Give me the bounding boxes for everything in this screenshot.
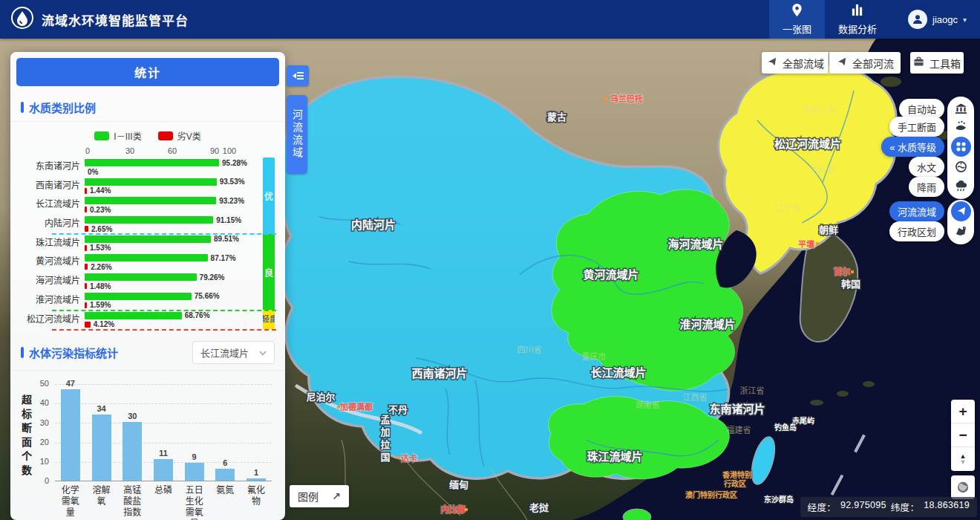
pollution-bar-column: 11 — [148, 449, 178, 481]
map-pin-icon — [790, 3, 804, 19]
good-value: 89.51% — [214, 235, 239, 243]
quality-row: 长江流域片93.23%0.23% — [19, 195, 276, 215]
basin-name: 海河流域片 — [19, 272, 85, 291]
good-value: 87.17% — [211, 254, 236, 262]
user-menu[interactable]: jiaogc ▾ — [890, 0, 980, 39]
statistics-tab[interactable]: 统计 — [16, 58, 279, 86]
axis-tick: 90 — [210, 146, 219, 155]
good-bar — [85, 216, 213, 224]
good-value: 93.53% — [220, 178, 245, 186]
map-zoom-controls: + − ▲▼ — [951, 400, 975, 471]
basin-select[interactable]: 长江流域片 — [192, 341, 275, 364]
bar — [92, 415, 111, 481]
map-city-label: 达卡 — [401, 453, 417, 463]
tool-row-hydrology: 水文 — [909, 156, 971, 177]
tool-row-rainfall: 降雨 — [909, 176, 971, 197]
good-bar — [85, 273, 197, 281]
all-basins-button[interactable]: 全部流域 — [762, 52, 829, 74]
quality-legend: I－III类 劣V类 — [10, 122, 285, 145]
panel-collapse-button[interactable] — [287, 65, 309, 86]
nav-item-one-map[interactable]: 一张图 — [769, 0, 825, 39]
bar — [246, 478, 266, 481]
category-label: 化学需氧量 — [61, 485, 80, 520]
nav-item-data-analysis[interactable]: 数据分析 — [825, 0, 890, 39]
tool-row-river-basin: 河流流域 — [889, 201, 971, 221]
pollution-bar-column: 6 — [210, 458, 240, 481]
good-bar — [85, 312, 182, 319]
map-legend-button[interactable]: 图例 ↗ — [290, 485, 349, 507]
map-island-label: 钓鱼岛 — [774, 423, 797, 432]
map-city-label: 首尔 — [834, 267, 850, 276]
y-tick: 10 — [31, 457, 49, 466]
quality-row: 东南诸河片95.28%0% — [19, 157, 276, 177]
admin-division-button[interactable]: 行政区划 — [889, 221, 944, 241]
brand: 流域水环境智能监管平台 — [0, 6, 189, 33]
rainfall-button[interactable]: 降雨 — [909, 177, 944, 197]
axis-tick: 60 — [168, 146, 177, 155]
legend-label: I－III类 — [114, 129, 141, 142]
title-accent-bar — [21, 102, 24, 113]
axis-tick: 30 — [125, 146, 134, 155]
river-basin-layer-button[interactable]: 河流流域 — [889, 201, 944, 221]
briefcase-icon — [913, 56, 924, 69]
map-province-label: 四川省 — [517, 345, 542, 354]
app-title: 流域水环境智能监管平台 — [42, 10, 189, 29]
river-basin-side-tab[interactable]: 河流流域 — [287, 95, 307, 174]
pollution-bar-column: 30 — [117, 412, 147, 481]
water-gauge-icon[interactable] — [951, 157, 971, 177]
bar-value: 9 — [192, 452, 197, 461]
tilt-control-button[interactable]: ▲▼ — [951, 447, 975, 471]
good-value: 79.26% — [200, 273, 225, 282]
expand-arrow-icon: ↗ — [332, 490, 341, 502]
map-province-label: 辽宁省 — [776, 203, 800, 212]
water-quality-grade-button[interactable]: « 水质等级 — [881, 137, 944, 157]
basin-name: 松辽河流域片 — [19, 311, 85, 330]
x-axis-ticks: 0 30 60 90 100 — [19, 146, 276, 157]
map-island-label: 东沙群岛 — [764, 495, 794, 504]
zoom-in-button[interactable]: + — [951, 400, 975, 423]
bad-bar — [85, 207, 87, 212]
manual-section-button[interactable]: 手工断面 — [889, 117, 944, 137]
bar — [185, 463, 204, 481]
river-bend-icon[interactable] — [951, 201, 971, 221]
map-province-label: 湖南省 — [636, 400, 660, 409]
globe-view-button[interactable] — [951, 475, 975, 499]
toolbox-button[interactable]: 工具箱 — [910, 52, 964, 74]
bar — [61, 389, 80, 481]
good-value: 68.76% — [185, 311, 210, 319]
map-province-label: 江西省 — [683, 393, 708, 402]
hydrology-button[interactable]: 水文 — [909, 157, 944, 177]
map-country-label: 朝鲜 — [819, 224, 838, 235]
basin-name: 淮河流域片 — [19, 291, 85, 311]
pollution-bar-column: 47 — [56, 379, 85, 481]
app-root: 黑龙江省 吉林省 辽宁省 四川省 重庆市 湖南省 江西省 浙江省 福建省 内陆河… — [0, 0, 980, 520]
bar-value: 47 — [66, 379, 75, 388]
map-basin-label: 珠江流域片 — [587, 450, 642, 463]
region-map-icon[interactable] — [951, 221, 971, 241]
grid-dots-icon[interactable] — [951, 137, 971, 157]
rain-cloud-icon[interactable] — [951, 177, 971, 197]
user-avatar-icon — [908, 10, 927, 29]
map-basin-label: 松辽河流域片 — [774, 137, 841, 150]
bad-bar — [85, 245, 87, 251]
all-rivers-button[interactable]: 全部河流 — [829, 52, 901, 74]
globe-icon — [956, 481, 970, 494]
axis-tick: 100 — [223, 146, 236, 155]
map-country-label: 韩国 — [841, 279, 860, 290]
cursor-coordinates-readout: 经度： 92.975095 纬度： 18.863619 — [800, 497, 977, 517]
x-axis-category-labels: 化学需氧量 溶解氧 高锰酸盐指数 总磷 五日生化需氧量 氨氮 氟化物 — [55, 485, 272, 520]
pollution-bar-chart: 超标断面个数 50 40 30 20 10 0 47 34 30 11 9 6 … — [12, 374, 279, 520]
good-value: 95.28% — [222, 159, 247, 167]
quality-bar-chart: 0 30 60 90 100 东南诸河片95.28%0% 西南诸河片93.53%… — [19, 146, 276, 334]
quality-row: 珠江流域片89.51%1.53% — [19, 234, 276, 253]
nav-item-label: 一张图 — [783, 22, 811, 36]
map-basin-label: 内陆河片 — [351, 218, 396, 231]
bar-value: 11 — [159, 449, 168, 458]
collapse-panel-icon — [292, 71, 304, 81]
basin-name: 内陆河片 — [19, 215, 85, 234]
zoom-out-button[interactable]: − — [951, 423, 975, 447]
quality-row: 海河流域片79.26%1.48% — [19, 272, 276, 291]
basin-name: 长江流域片 — [19, 195, 85, 215]
grade-boundary-good — [52, 310, 276, 311]
hand-water-icon[interactable] — [951, 117, 971, 137]
